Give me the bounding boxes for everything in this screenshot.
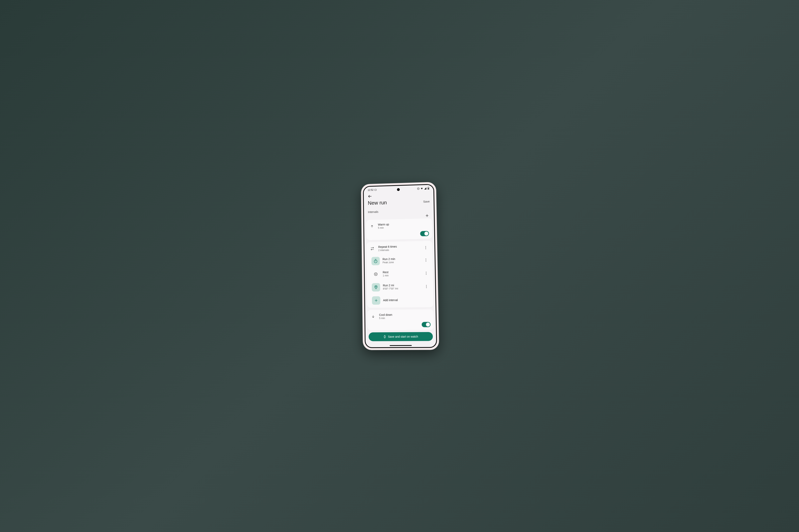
message-icon (374, 189, 377, 191)
camera-hole (397, 188, 400, 191)
status-time: 12:52 (367, 189, 374, 192)
interval-sub: 8'00"-7'00" /mi (383, 287, 422, 290)
save-start-watch-button[interactable]: Save and start on watch (368, 332, 433, 341)
interval-row-rest[interactable]: Rest 1 min (369, 267, 433, 281)
cooldown-title: Cool down (379, 312, 431, 317)
interval-more-button[interactable] (422, 259, 430, 262)
arrow-up-icon (370, 224, 375, 229)
repeat-more-button[interactable] (421, 246, 430, 249)
interval-row-run-time[interactable]: Run 2 min Peak zone (368, 253, 433, 268)
add-top-button[interactable] (425, 214, 429, 218)
svg-rect-0 (375, 189, 376, 191)
interval-title: Rest (383, 270, 422, 274)
save-button[interactable]: Save (423, 200, 430, 203)
content: Warm up 5 min Repeat 6 times 2 interva (364, 213, 436, 344)
cta-label: Save and start on watch (388, 335, 418, 338)
phone-frame: 12:52 (361, 182, 439, 350)
repeat-icon (370, 246, 375, 251)
svg-point-18 (376, 286, 377, 287)
warmup-card: Warm up 5 min (366, 218, 433, 240)
cooldown-sub: 5 min (379, 317, 431, 320)
add-interval-row[interactable]: Add interval (369, 293, 434, 307)
interval-more-button[interactable] (422, 285, 431, 288)
interval-row-run-distance[interactable]: Run 2 mi 8'00"-7'00" /mi (369, 280, 433, 294)
arrow-down-icon (371, 314, 376, 319)
pin-icon (372, 283, 380, 291)
watch-icon (383, 335, 386, 338)
svg-point-15 (374, 272, 377, 276)
cooldown-card: Cool down 5 min (367, 309, 434, 330)
interval-sub: 1 min (383, 274, 422, 278)
interval-title: Run 2 mi (383, 283, 422, 287)
cooldown-row[interactable]: Cool down 5 min (367, 310, 434, 322)
battery-icon (427, 187, 429, 190)
more-icon (426, 272, 426, 275)
repeat-sub: 2 intervals (378, 248, 422, 252)
cooldown-toggle[interactable] (422, 322, 431, 327)
screen: 12:52 (363, 184, 437, 348)
more-icon (426, 285, 426, 288)
warmup-row[interactable]: Warm up 5 min (366, 219, 432, 232)
interval-more-button[interactable] (422, 272, 430, 275)
plus-icon (372, 296, 380, 305)
add-interval-label: Add interval (383, 298, 431, 302)
warmup-toggle[interactable] (420, 231, 429, 236)
wifi-icon (420, 187, 423, 190)
dnd-icon (417, 187, 420, 190)
more-icon (425, 259, 426, 262)
repeat-card: Repeat 6 times 2 intervals Run 2 (366, 241, 434, 308)
header: New run Save (364, 190, 434, 211)
stopwatch-icon (371, 257, 380, 265)
more-icon (425, 246, 426, 249)
pause-icon (371, 270, 380, 279)
interval-sub: Peak zone (382, 261, 422, 264)
page-title: New run (368, 200, 387, 206)
home-indicator[interactable] (390, 345, 412, 346)
svg-rect-22 (384, 336, 385, 338)
back-button[interactable] (368, 194, 372, 198)
repeat-header-row[interactable]: Repeat 6 times 2 intervals (366, 242, 433, 254)
signal-icon (424, 187, 426, 190)
svg-rect-4 (428, 188, 429, 189)
